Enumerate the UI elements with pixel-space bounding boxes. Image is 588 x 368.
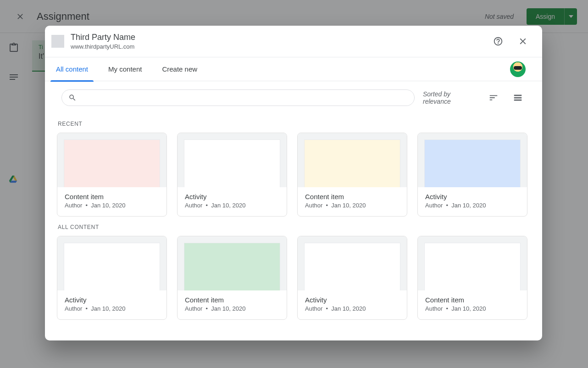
card-thumb-wrap <box>178 236 287 290</box>
card-subtitle: Author • Jan 10, 2020 <box>425 202 520 209</box>
card-thumb <box>64 243 160 290</box>
third-party-logo <box>51 35 64 48</box>
card-thumb-wrap <box>298 236 407 290</box>
close-icon <box>518 36 528 46</box>
card-subtitle: Author • Jan 10, 2020 <box>305 202 399 209</box>
card-subtitle: Author • Jan 10, 2020 <box>305 305 399 312</box>
content-scroll: RECENT Content item Author • Jan 10, 202… <box>45 109 542 329</box>
card-meta: Content item Author • Jan 10, 2020 <box>178 290 287 319</box>
card-meta: Activity Author • Jan 10, 2020 <box>57 290 166 319</box>
sort-icon <box>488 93 499 103</box>
content-card[interactable]: Content item Author • Jan 10, 2020 <box>297 133 407 217</box>
third-party-name: Third Party Name <box>71 33 135 42</box>
card-thumb-wrap <box>57 133 166 187</box>
card-title: Activity <box>425 193 520 201</box>
content-card[interactable]: Activity Author • Jan 10, 2020 <box>57 236 167 320</box>
tab-my-content[interactable]: My content <box>108 57 142 81</box>
card-thumb-wrap <box>418 236 527 290</box>
content-picker-modal: Third Party Name www.thirdpartyURL.com A… <box>45 26 542 340</box>
card-title: Activity <box>185 193 279 201</box>
card-meta: Content item Author • Jan 10, 2020 <box>418 290 527 319</box>
search-input[interactable] <box>61 89 415 106</box>
help-icon <box>493 36 503 46</box>
card-meta: Activity Author • Jan 10, 2020 <box>298 290 407 319</box>
third-party-url: www.thirdpartyURL.com <box>71 43 135 50</box>
card-thumb-wrap <box>418 133 527 187</box>
card-meta: Activity Author • Jan 10, 2020 <box>178 187 287 216</box>
card-thumb-wrap <box>298 133 407 187</box>
card-subtitle: Author • Jan 10, 2020 <box>425 305 520 312</box>
content-card[interactable]: Activity Author • Jan 10, 2020 <box>177 133 287 217</box>
content-card[interactable]: Activity Author • Jan 10, 2020 <box>297 236 407 320</box>
section-all-label: ALL CONTENT <box>58 224 530 230</box>
card-title: Activity <box>65 296 159 304</box>
card-subtitle: Author • Jan 10, 2020 <box>65 305 159 312</box>
tab-create-new[interactable]: Create new <box>162 57 197 81</box>
card-subtitle: Author • Jan 10, 2020 <box>185 202 279 209</box>
card-thumb <box>424 243 521 290</box>
card-title: Content item <box>65 193 159 201</box>
modal-header: Third Party Name www.thirdpartyURL.com <box>45 26 542 57</box>
content-card[interactable]: Activity Author • Jan 10, 2020 <box>417 133 527 217</box>
modal-tabs: All content My content Create new <box>45 57 542 81</box>
card-thumb-wrap <box>178 133 287 187</box>
sort-label: Sorted by relevance <box>423 90 477 105</box>
card-thumb <box>304 139 400 187</box>
toolbar: Sorted by relevance <box>45 81 542 109</box>
card-title: Content item <box>185 296 279 304</box>
search-icon <box>68 94 77 102</box>
card-title: Content item <box>305 193 399 201</box>
card-thumb-wrap <box>57 236 166 290</box>
content-card[interactable]: Content item Author • Jan 10, 2020 <box>177 236 287 320</box>
card-meta: Content item Author • Jan 10, 2020 <box>57 187 166 216</box>
card-title: Content item <box>425 296 520 304</box>
tab-all-content[interactable]: All content <box>56 57 88 81</box>
view-list-button[interactable] <box>510 89 526 106</box>
card-thumb <box>304 243 400 290</box>
grid-recent: Content item Author • Jan 10, 2020 Activ… <box>57 133 530 217</box>
close-modal-button[interactable] <box>514 32 532 50</box>
grid-all: Activity Author • Jan 10, 2020 Content i… <box>57 236 530 320</box>
card-meta: Content item Author • Jan 10, 2020 <box>298 187 407 216</box>
help-button[interactable] <box>489 32 507 50</box>
card-meta: Activity Author • Jan 10, 2020 <box>418 187 527 216</box>
user-avatar[interactable] <box>510 61 526 77</box>
content-card[interactable]: Content item Author • Jan 10, 2020 <box>57 133 167 217</box>
sort-button[interactable] <box>486 89 501 106</box>
card-thumb <box>184 243 280 290</box>
card-thumb <box>184 139 280 187</box>
card-thumb <box>64 139 160 187</box>
card-title: Activity <box>305 296 399 304</box>
card-subtitle: Author • Jan 10, 2020 <box>65 202 159 209</box>
section-recent-label: RECENT <box>58 121 530 127</box>
list-view-icon <box>513 93 523 103</box>
card-thumb <box>424 139 521 187</box>
content-card[interactable]: Content item Author • Jan 10, 2020 <box>417 236 527 320</box>
card-subtitle: Author • Jan 10, 2020 <box>185 305 279 312</box>
